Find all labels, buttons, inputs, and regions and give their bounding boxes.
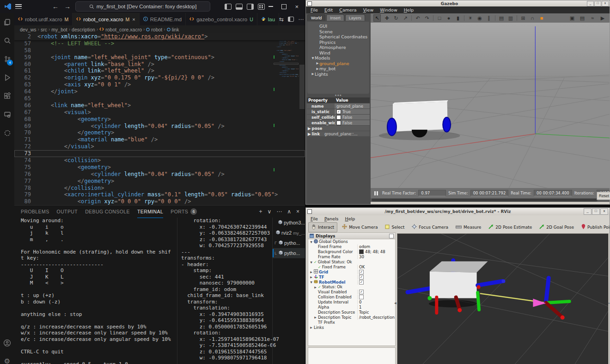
gazebo-tab-layers[interactable]: Layers: [345, 14, 365, 21]
gazebo-menu-help[interactable]: Help: [401, 7, 417, 12]
gazebo-panel-splitter[interactable]: ●●●: [306, 93, 371, 97]
code-line[interactable]: 68 <geometry>: [14, 116, 305, 123]
display-row-collision-enabled[interactable]: Collision Enabled: [308, 295, 395, 300]
display-value[interactable]: /robot_description: [357, 315, 395, 320]
account-icon[interactable]: [0, 334, 14, 352]
code-line[interactable]: 80 <origin xyz="0 0 0" rpy="0 0 0" />: [14, 198, 305, 205]
new-terminal-icon[interactable]: +: [259, 208, 262, 215]
code-line[interactable]: 60 <parent link="base_link" />: [14, 61, 305, 68]
box-shape-icon[interactable]: □: [436, 15, 443, 21]
display-value[interactable]: 48; 48; 48: [357, 249, 395, 254]
spot-light-icon[interactable]: ◉: [476, 15, 483, 21]
maximize-button[interactable]: [281, 4, 287, 9]
display-value[interactable]: ✓: [357, 280, 395, 285]
command-center-search[interactable]: my_first_bot [Dev Container: foxy deskto…: [75, 1, 210, 12]
tool-select[interactable]: Select: [382, 223, 407, 231]
remote-explorer-icon[interactable]: [0, 105, 14, 124]
tree-item-physics[interactable]: Physics: [307, 40, 369, 45]
split-editor-icon[interactable]: [288, 17, 294, 22]
breadcrumb-item[interactable]: dev_ws: [20, 27, 37, 32]
display-value[interactable]: ✓: [357, 270, 395, 274]
display-row-tf-prefix[interactable]: TF Prefix: [308, 320, 395, 325]
breadcrumb-item[interactable]: src: [41, 27, 47, 32]
display-row-tf[interactable]: ▶TF✓: [308, 274, 395, 279]
tab-robot-core-xacro[interactable]: robot_core.xacroM×: [73, 13, 139, 25]
terminal-list-item[interactable]: Lpytho...: [273, 248, 305, 258]
checkbox-checked[interactable]: ✓: [359, 290, 364, 294]
display-row-alpha[interactable]: Alpha1: [308, 305, 395, 310]
more-actions-icon[interactable]: ⋯: [298, 16, 304, 23]
panel-tab-output[interactable]: OUTPUT: [57, 206, 78, 218]
select-tool-icon[interactable]: ↖: [373, 14, 381, 22]
minimize-button[interactable]: [268, 6, 273, 6]
editor-scrollbar[interactable]: [299, 33, 305, 205]
checkbox[interactable]: ✓: [336, 109, 341, 114]
save-log-icon[interactable]: ▤: [579, 15, 586, 21]
gazebo-menu-view[interactable]: View: [360, 7, 377, 12]
code-line[interactable]: 79 <xacro:inertial_cylinder mass="0.1" l…: [14, 191, 305, 198]
rviz-menu-help[interactable]: Help: [342, 216, 358, 221]
collapsed-arrow-icon[interactable]: ▶: [310, 326, 313, 329]
breadcrumb-item[interactable]: robot_core.xacro: [105, 27, 142, 32]
rviz-minimize-button[interactable]: _: [584, 208, 592, 215]
pause-icon[interactable]: [374, 191, 378, 195]
gazebo-menu-window[interactable]: Window: [377, 7, 400, 12]
code-line[interactable]: 78 </collision>: [14, 185, 305, 192]
display-row-fixed-frame[interactable]: ✓Fixed FrameOK: [308, 264, 395, 269]
display-row-links[interactable]: ▶Links: [308, 325, 395, 330]
tree-item-atmosphere[interactable]: Atmosphere: [307, 45, 369, 50]
snap-tool-icon[interactable]: ∩: [529, 15, 536, 21]
display-value[interactable]: ✓: [357, 290, 395, 294]
toggle-secondary-sidebar-icon[interactable]: [247, 4, 254, 10]
tree-item-my_bot[interactable]: ▶my_bot: [307, 66, 369, 72]
terminal-output-right[interactable]: rotation: x: -0.7042630742239944 y: -0.0…: [177, 218, 287, 364]
panel-tab-ports[interactable]: PORTS6: [171, 206, 197, 218]
search-icon[interactable]: [0, 31, 14, 50]
code-line[interactable]: 71 <material name="blue" />: [14, 136, 305, 143]
breadcrumb[interactable]: dev_ws›src›my_bot›description›robot_core…: [14, 25, 305, 33]
collapsed-arrow-icon[interactable]: ▶: [314, 315, 317, 319]
gazebo-menu-file[interactable]: File: [308, 7, 321, 12]
code-line[interactable]: 80 <origin xyz="0 0 0" rpy="0 0 0" />: [274, 76, 299, 78]
display-row-frame-rate[interactable]: Frame Rate30: [308, 255, 395, 260]
tree-item-scene[interactable]: Scene: [307, 29, 369, 35]
tab-lau[interactable]: lau: [257, 13, 279, 25]
code-line[interactable]: 69 <cylinder length="0.04" radius="0.05"…: [14, 123, 305, 130]
settings-gear-icon[interactable]: ⚙: [0, 352, 14, 364]
panel-dock-icon[interactable]: [389, 234, 394, 238]
breadcrumb-item[interactable]: description: [72, 27, 95, 32]
code-line[interactable]: 65: [14, 95, 305, 102]
display-value[interactable]: odom: [357, 244, 395, 249]
tab-readme-md[interactable]: README.md: [140, 13, 186, 25]
panel-tab-terminal[interactable]: TERMINAL: [137, 206, 163, 218]
tree-item-wind[interactable]: Wind: [307, 50, 369, 56]
terminal-list-item[interactable]: rviz2my_...: [273, 228, 305, 238]
expanded-arrow-icon[interactable]: ▼: [310, 280, 313, 284]
display-row-global-status-ok[interactable]: ▼✓Global Status: Ok: [308, 260, 395, 265]
checkbox-unchecked[interactable]: [359, 295, 364, 299]
rviz-3d-viewport[interactable]: [397, 233, 609, 364]
plot-icon[interactable]: ≈: [589, 15, 596, 21]
checkbox[interactable]: [336, 121, 341, 125]
expanded-arrow-icon[interactable]: ▼: [310, 261, 313, 264]
align-tool-icon[interactable]: ⊞: [520, 15, 526, 21]
terminal-list-item[interactable]: Γpytho...: [273, 238, 305, 248]
code-line[interactable]: 73: [14, 150, 305, 157]
undo-icon[interactable]: ↶: [415, 15, 421, 21]
point-light-icon[interactable]: ☀: [467, 15, 474, 21]
gazebo-3d-viewport[interactable]: [371, 23, 610, 188]
display-value[interactable]: [357, 295, 395, 299]
display-value[interactable]: OK: [357, 265, 395, 269]
gazebo-horizontal-scrollbar[interactable]: [371, 198, 610, 202]
panel-tab-problems[interactable]: PROBLEMS: [21, 206, 49, 218]
toggle-sidebar-icon[interactable]: [225, 4, 232, 10]
panel-tab-debug-console[interactable]: DEBUG CONSOLE: [85, 206, 130, 218]
tool-focus-camera[interactable]: Focus Camera: [409, 223, 451, 231]
more-actions-icon[interactable]: ⋯: [276, 208, 282, 215]
collapsed-arrow-icon[interactable]: ▶: [310, 270, 313, 273]
display-row-status-ok[interactable]: ▶✓Status: Ok: [308, 285, 395, 290]
code-line[interactable]: 67 <visual>: [14, 109, 305, 116]
tree-item-lights[interactable]: ▶Lights: [307, 72, 369, 77]
checkbox[interactable]: [336, 115, 341, 120]
code-line[interactable]: 64 </joint>: [14, 88, 305, 95]
